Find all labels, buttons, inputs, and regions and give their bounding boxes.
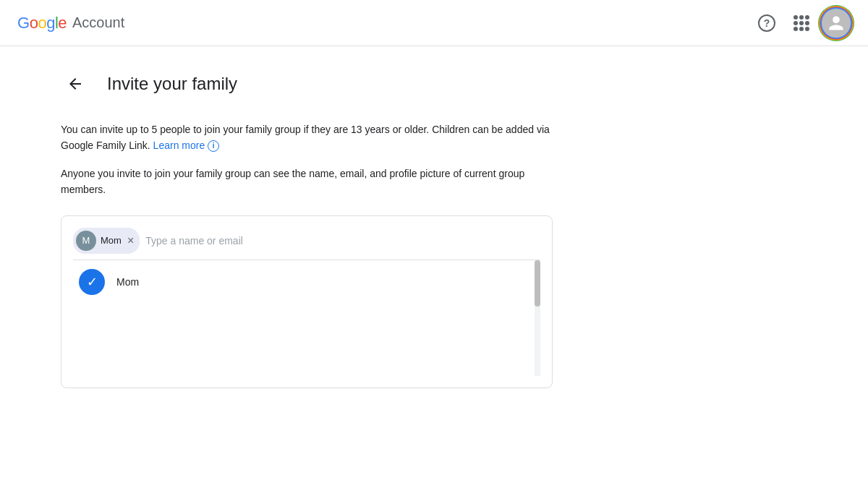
grid-dot — [799, 15, 804, 20]
chip-label: Mom — [101, 235, 122, 246]
grid-dot — [805, 27, 809, 31]
back-button[interactable] — [61, 69, 90, 98]
dropdown-item-mom[interactable]: ✓ Mom — [73, 260, 540, 304]
chip-avatar: M — [76, 231, 96, 251]
input-row: M Mom × — [73, 228, 540, 254]
help-icon: ? — [758, 14, 775, 32]
logo-o2: o — [38, 14, 46, 33]
logo-o1: o — [30, 14, 38, 33]
page-header: Invite your family — [61, 69, 807, 98]
logo-g: G — [17, 14, 30, 33]
header: G o o g l e Account ? — [0, 0, 868, 46]
help-button[interactable]: ? — [752, 9, 781, 38]
logo-e: e — [58, 14, 67, 33]
grid-icon — [793, 15, 809, 31]
chip-close-button[interactable]: × — [127, 235, 134, 247]
header-right: ? — [752, 9, 851, 38]
account-text: Account — [72, 14, 124, 31]
logo-g2: g — [46, 14, 55, 33]
description1: You can invite up to 5 people to join yo… — [61, 121, 553, 154]
page-title: Invite your family — [107, 74, 237, 94]
scrollbar-thumb — [535, 260, 540, 307]
learn-more-link[interactable]: Learn more i — [153, 137, 220, 153]
grid-dot — [793, 21, 798, 25]
dropdown-item-name: Mom — [116, 276, 139, 288]
scrollbar[interactable] — [535, 260, 540, 376]
grid-dot — [805, 21, 809, 25]
google-logo[interactable]: G o o g l e — [17, 14, 67, 33]
grid-dot — [793, 27, 798, 31]
dropdown-list: ✓ Mom — [73, 260, 540, 376]
grid-dot — [799, 27, 804, 31]
back-arrow-icon — [67, 75, 84, 93]
main-content: Invite your family You can invite up to … — [0, 46, 868, 411]
input-container: M Mom × ✓ Mom — [61, 215, 553, 388]
name-email-input[interactable] — [145, 235, 540, 247]
checkmark-icon: ✓ — [87, 274, 98, 290]
mom-chip[interactable]: M Mom × — [73, 228, 140, 254]
person-icon — [827, 14, 845, 32]
avatar[interactable] — [822, 9, 851, 38]
grid-dot — [805, 15, 809, 20]
header-left: G o o g l e Account — [17, 14, 124, 33]
selected-indicator: ✓ — [79, 269, 105, 295]
info-icon: i — [208, 140, 219, 152]
grid-dot — [799, 21, 804, 25]
description2: Anyone you invite to join your family gr… — [61, 166, 531, 198]
grid-dot — [793, 15, 798, 20]
dropdown-container: ✓ Mom — [73, 260, 540, 376]
apps-button[interactable] — [787, 9, 816, 38]
